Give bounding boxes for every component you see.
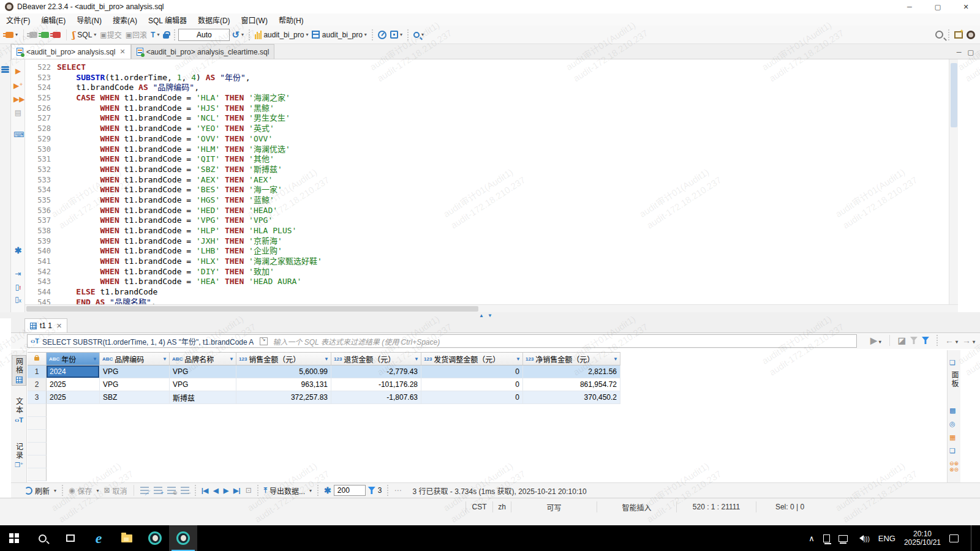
overflow-menu-icon[interactable]: ⋯ (394, 486, 401, 495)
cell-r2-c4[interactable]: 963,131 (236, 378, 331, 391)
volume-icon[interactable]: ))) (856, 533, 870, 544)
cell-r2-c1[interactable]: 2025 (47, 378, 100, 391)
cancel-button[interactable]: ⊠ 取消 (104, 485, 127, 496)
menu-item-6[interactable]: 窗口(W) (241, 15, 268, 25)
fetch-all-button[interactable]: ⊡ (246, 486, 252, 495)
perspective-button[interactable] (954, 31, 963, 39)
cell-r2-c3[interactable]: VPG (170, 378, 236, 391)
cell-r3-c3[interactable]: 斯搏兹 (170, 391, 236, 404)
cell-r3-c2[interactable]: SBZ (100, 391, 170, 404)
validate-script-icon[interactable]: ▯! (13, 283, 23, 292)
export-data-button[interactable]: ⤒ 导出数据...▾ (264, 485, 312, 496)
add-row-button[interactable]: + (154, 487, 162, 494)
execute-script-button[interactable]: ▶▶ (13, 95, 23, 104)
maximize-window-button[interactable]: ▢ (924, 0, 952, 13)
taskbar-search-button[interactable] (28, 525, 56, 551)
new-sql-editor-button[interactable]: ʃ SQL▾ (72, 29, 96, 40)
column-header-6[interactable]: 123净销售金额（元）▼ (523, 352, 620, 365)
close-tab-icon[interactable]: ✕ (119, 48, 125, 56)
column-filter-dropdown-icon[interactable]: ▼ (516, 356, 521, 362)
file-explorer-button[interactable] (113, 525, 141, 551)
close-results-tab-icon[interactable]: ✕ (56, 322, 62, 330)
column-header-5[interactable]: 123发货调整金额（元）▼ (421, 352, 523, 365)
column-filter-dropdown-icon[interactable]: ▼ (162, 356, 167, 362)
network-icon[interactable] (839, 535, 848, 542)
menu-item-3[interactable]: 搜索(A) (113, 15, 137, 25)
column-header-3[interactable]: 123销售金额（元）▼ (236, 352, 331, 365)
references-panel-icon[interactable]: ❏ (949, 447, 956, 455)
menu-item-5[interactable]: 数据库(D) (198, 15, 230, 25)
filters-menu-icon[interactable] (922, 337, 929, 344)
rollback-button[interactable]: ▣ 回滚 (126, 29, 147, 40)
column-filter-dropdown-icon[interactable]: ▼ (613, 356, 618, 362)
open-console-button[interactable]: ⌨ (13, 130, 23, 140)
expand-filter-icon[interactable] (260, 337, 268, 345)
remove-filter-icon[interactable] (910, 337, 918, 344)
panels-icon[interactable]: ❏ (949, 359, 956, 367)
column-header-0[interactable]: ABC年份▼ (47, 352, 100, 365)
cell-r3-c7[interactable]: 370,450.2 (523, 391, 620, 404)
tab-record-mode[interactable]: 记录 ❐⁺ (12, 441, 26, 470)
menu-item-4[interactable]: SQL 编辑器 (148, 15, 187, 25)
new-connection-button[interactable]: ▾ (6, 32, 18, 38)
history-forward-button[interactable]: →▾ (962, 335, 975, 345)
execute-statement-button[interactable]: ▶ (13, 67, 23, 76)
cell-r1-c2[interactable]: VPG (100, 365, 170, 378)
minimize-window-button[interactable]: ─ (895, 0, 924, 13)
delete-row-button[interactable]: − (181, 487, 189, 494)
value-viewer-icon[interactable]: ▩ (949, 407, 956, 414)
grid-settings-button[interactable]: ✱ (324, 485, 331, 495)
execute-new-tab-button[interactable]: ▶⁺ (13, 81, 23, 91)
export-result-button[interactable]: ⇥ (13, 269, 23, 279)
row-number[interactable]: 1 (28, 365, 47, 378)
explain-plan-button[interactable]: ▤ (13, 108, 23, 118)
script-variables-icon[interactable]: ▯ₓ (13, 295, 23, 304)
next-page-button[interactable]: ▶ (224, 487, 228, 495)
language-indicator[interactable]: ENG (878, 534, 895, 543)
cell-r3-c4[interactable]: 372,257.83 (236, 391, 331, 404)
search-button[interactable]: ▾ (413, 32, 424, 38)
reconnect-button[interactable] (41, 32, 49, 38)
refresh-button[interactable]: 刷新▾ (24, 485, 56, 496)
maximize-editor-button[interactable]: ▢ (968, 48, 974, 56)
editor-vertical-scrollbar[interactable] (949, 59, 958, 304)
cell-r2-c6[interactable]: 0 (421, 378, 523, 391)
first-page-button[interactable]: |◀ (202, 487, 209, 495)
cell-r1-c1[interactable]: 2024 (47, 365, 100, 378)
commit-button[interactable]: ▣ 提交 (100, 29, 121, 40)
clear-filter-button[interactable]: ◪ (898, 335, 906, 345)
start-button[interactable] (0, 525, 28, 551)
dbeaver-perspective-button[interactable] (967, 31, 975, 39)
clock-date[interactable]: 20:10 2025/10/21 (904, 530, 941, 547)
transaction-log-button[interactable]: T▾ (151, 31, 159, 39)
filter-count-indicator[interactable]: 3 (368, 486, 382, 495)
connect-button[interactable] (29, 32, 37, 38)
tab-analysis-sql[interactable]: <audit_bi_pro> analysis.sql ✕ (11, 44, 131, 59)
aggregate-icons[interactable]: ⊖⊕⊗⊜ (949, 460, 959, 473)
menu-item-0[interactable]: 文件(F) (6, 15, 30, 25)
history-back-button[interactable]: ←▾ (945, 335, 958, 345)
cell-r1-c6[interactable]: 0 (421, 365, 523, 378)
results-tab-t1[interactable]: t1 1 ✕ (24, 318, 67, 332)
duplicate-row-button[interactable]: ⊕ (167, 487, 176, 494)
minimize-editor-button[interactable]: ─ (957, 48, 962, 56)
column-header-4[interactable]: 123退货金额（元）▼ (331, 352, 421, 365)
cell-r3-c6[interactable]: 0 (421, 391, 523, 404)
menu-item-7[interactable]: 帮助(H) (279, 15, 304, 25)
transaction-mode-select[interactable]: Auto (178, 29, 230, 41)
action-center-icon[interactable] (949, 534, 959, 542)
menu-item-2[interactable]: 导航(N) (77, 15, 102, 25)
hidden-icons-chevron[interactable]: ∧ (809, 534, 815, 543)
editor-settings-button[interactable]: ✱ (13, 246, 23, 255)
editor-results-sash[interactable]: ▲ ▼ (0, 312, 980, 318)
apply-filter-button[interactable]: ▶▾ (870, 335, 881, 345)
prev-page-button[interactable]: ◀ (213, 487, 218, 495)
quick-search-button[interactable] (935, 31, 943, 39)
disconnect-button[interactable] (53, 32, 61, 38)
schema-selector[interactable]: audit_bi_pro▾ (312, 31, 366, 39)
dashboard-button[interactable] (378, 31, 386, 39)
save-button[interactable]: ◉ 保存▾ (69, 485, 99, 496)
cell-r1-c7[interactable]: 2,821.56 (523, 365, 620, 378)
metadata-panel-icon[interactable]: ◎ (949, 420, 956, 428)
menu-item-1[interactable]: 编辑(E) (41, 15, 66, 25)
